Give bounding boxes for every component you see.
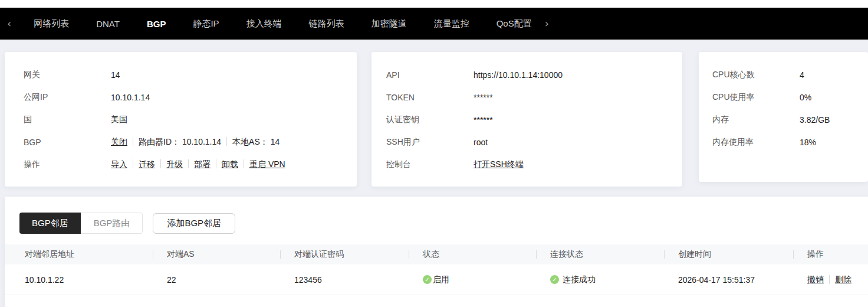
divider bbox=[133, 159, 133, 168]
country-label: 国 bbox=[24, 115, 111, 125]
migrate-link[interactable]: 迁移 bbox=[139, 159, 155, 169]
nav-item-encrypted-tunnel[interactable]: 加密隧道 bbox=[371, 18, 407, 30]
bgp-row: BGP 关闭路由器ID： 10.10.1.14本地AS： 14 bbox=[24, 131, 345, 154]
bgp-tab-group: BGP邻居 BGP路由 bbox=[19, 213, 143, 234]
auth-key-row: 认证密钥 ****** bbox=[386, 109, 670, 131]
top-strip bbox=[0, 0, 868, 8]
local-as: 本地AS： 14 bbox=[232, 137, 280, 146]
col-neighbor-address: 对端邻居地址 bbox=[5, 244, 153, 264]
ssh-user-value: root bbox=[474, 138, 488, 147]
console-row: 控制台 打开SSH终端 bbox=[386, 154, 670, 176]
chevron-left-icon[interactable]: ‹ bbox=[7, 18, 11, 29]
cell-status: 启用 bbox=[409, 264, 536, 295]
api-card: API https://10.10.1.14:10000 TOKEN *****… bbox=[371, 52, 682, 187]
table-header: 对端邻居地址 对端AS 对端认证密码 状态 连接状态 创建时间 操作 bbox=[5, 244, 868, 264]
nav-items: 网络列表 DNAT BGP 静态IP 接入终端 链路列表 加密隧道 流量监控 Q… bbox=[34, 18, 558, 30]
country-row: 国 美国 bbox=[24, 109, 345, 131]
cell-auth-password: 123456 bbox=[280, 264, 409, 295]
cell-neighbor-address: 10.10.1.22 bbox=[5, 264, 153, 295]
stats-card: CPU核心数 4 CPU使用率 0% 内存 3.82/GB 内存使用率 18% bbox=[699, 52, 868, 182]
memory-usage-label: 内存使用率 bbox=[712, 137, 800, 148]
memory-value: 3.82/GB bbox=[800, 115, 830, 125]
cell-connection-status: 连接成功 bbox=[536, 264, 664, 295]
api-value: https://10.10.1.14:10000 bbox=[474, 70, 563, 80]
token-label: TOKEN bbox=[386, 93, 474, 102]
divider bbox=[226, 137, 227, 146]
deploy-link[interactable]: 部署 bbox=[194, 159, 211, 169]
memory-usage-row: 内存使用率 18% bbox=[712, 131, 856, 154]
import-link[interactable]: 导入 bbox=[111, 159, 127, 169]
ssh-user-row: SSH用户 root bbox=[386, 131, 670, 154]
revoke-link[interactable]: 撤销 bbox=[807, 275, 824, 285]
auth-key-value: ****** bbox=[474, 115, 493, 125]
divider bbox=[244, 159, 244, 168]
api-row: API https://10.10.1.14:10000 bbox=[386, 64, 670, 86]
console-label: 控制台 bbox=[386, 159, 474, 170]
col-created-at: 创建时间 bbox=[664, 244, 793, 264]
cell-created-at: 2026-04-17 15:51:37 bbox=[664, 264, 793, 295]
country-value: 美国 bbox=[111, 115, 127, 125]
action-links: 导入迁移升级部署卸载重启 VPN bbox=[111, 159, 285, 170]
divider bbox=[216, 159, 216, 168]
nav-item-qos-config[interactable]: QoS配置 bbox=[497, 18, 532, 30]
api-label: API bbox=[386, 70, 474, 80]
cpu-cores-value: 4 bbox=[800, 70, 804, 80]
memory-row: 内存 3.82/GB bbox=[712, 109, 856, 131]
open-ssh-terminal-link[interactable]: 打开SSH终端 bbox=[474, 159, 524, 170]
divider bbox=[829, 275, 830, 284]
token-value: ****** bbox=[474, 93, 493, 102]
memory-usage-value: 18% bbox=[800, 138, 816, 147]
public-ip-value: 10.10.1.14 bbox=[111, 93, 150, 102]
bgp-toggle-link[interactable]: 关闭 bbox=[111, 137, 127, 146]
nav-item-traffic-monitor[interactable]: 流量监控 bbox=[434, 18, 469, 30]
upgrade-link[interactable]: 升级 bbox=[166, 159, 183, 169]
actions-label: 操作 bbox=[24, 159, 111, 170]
cpu-cores-label: CPU核心数 bbox=[712, 70, 800, 80]
restart-vpn-link[interactable]: 重启 VPN bbox=[249, 159, 285, 169]
public-ip-label: 公网IP bbox=[24, 92, 111, 103]
bgp-values: 关闭路由器ID： 10.10.1.14本地AS： 14 bbox=[111, 137, 280, 148]
uninstall-link[interactable]: 卸载 bbox=[222, 159, 238, 169]
tab-bgp-routes[interactable]: BGP路由 bbox=[81, 213, 143, 234]
divider bbox=[188, 159, 189, 168]
nav-item-static-ip[interactable]: 静态IP bbox=[193, 18, 219, 30]
connection-check-icon bbox=[550, 275, 559, 284]
nav-item-network-list[interactable]: 网络列表 bbox=[34, 18, 69, 30]
bgp-label: BGP bbox=[24, 138, 111, 147]
divider bbox=[133, 137, 133, 146]
nav-item-bgp[interactable]: BGP bbox=[147, 19, 166, 29]
add-bgp-neighbor-button[interactable]: 添加BGP邻居 bbox=[153, 213, 235, 234]
memory-label: 内存 bbox=[712, 115, 800, 125]
status-check-icon bbox=[423, 275, 432, 284]
router-id: 路由器ID： 10.10.1.14 bbox=[139, 137, 221, 146]
col-status: 状态 bbox=[409, 244, 536, 264]
tab-bgp-neighbors[interactable]: BGP邻居 bbox=[19, 213, 81, 234]
col-peer-as: 对端AS bbox=[153, 244, 280, 264]
delete-link[interactable]: 删除 bbox=[835, 275, 851, 285]
nav-item-dnat[interactable]: DNAT bbox=[96, 19, 120, 29]
token-row: TOKEN ****** bbox=[386, 86, 670, 109]
ssh-user-label: SSH用户 bbox=[386, 137, 474, 148]
cpu-usage-label: CPU使用率 bbox=[712, 92, 800, 103]
cpu-usage-value: 0% bbox=[800, 93, 811, 102]
bgp-panel-toolbar: BGP邻居 BGP路由 添加BGP邻居 bbox=[19, 213, 868, 234]
gateway-label: 网关 bbox=[24, 70, 111, 80]
status-text: 启用 bbox=[433, 275, 449, 285]
col-connection-status: 连接状态 bbox=[536, 244, 664, 264]
col-actions: 操作 bbox=[793, 244, 868, 264]
bgp-neighbors-table: 对端邻居地址 对端AS 对端认证密码 状态 连接状态 创建时间 操作 10.10… bbox=[5, 244, 868, 295]
cpu-usage-row: CPU使用率 0% bbox=[712, 86, 856, 109]
top-navbar: ‹ 网络列表 DNAT BGP 静态IP 接入终端 链路列表 加密隧道 流量监控… bbox=[0, 8, 868, 40]
gateway-row: 网关 14 bbox=[24, 64, 345, 86]
table-row: 10.10.1.22 22 123456 启用 连接成功 2026-04-17 … bbox=[5, 264, 868, 295]
chevron-right-icon[interactable]: › bbox=[545, 18, 549, 29]
gateway-value: 14 bbox=[111, 70, 120, 80]
nav-item-link-list[interactable]: 链路列表 bbox=[309, 18, 344, 30]
bgp-gateway-page: ‹ 网络列表 DNAT BGP 静态IP 接入终端 链路列表 加密隧道 流量监控… bbox=[0, 0, 868, 307]
col-auth-password: 对端认证密码 bbox=[280, 244, 409, 264]
divider bbox=[160, 159, 161, 168]
cell-peer-as: 22 bbox=[153, 264, 280, 295]
connection-status-text: 连接成功 bbox=[563, 275, 596, 285]
nav-item-access-terminal[interactable]: 接入终端 bbox=[246, 18, 282, 30]
public-ip-row: 公网IP 10.10.1.14 bbox=[24, 86, 345, 109]
